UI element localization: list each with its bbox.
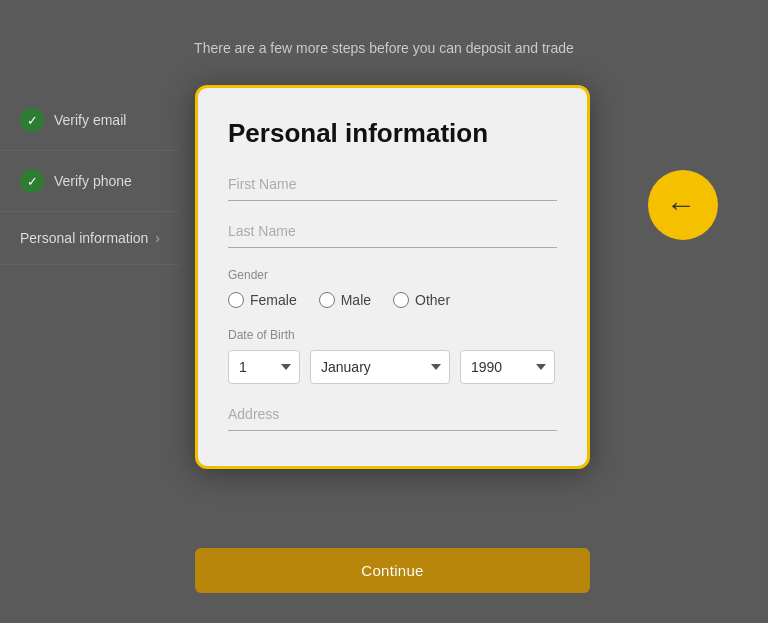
gender-female-radio[interactable]: [228, 292, 244, 308]
dob-label: Date of Birth: [228, 328, 557, 342]
gender-female-option[interactable]: Female: [228, 292, 297, 308]
sidebar-item-personal-info-left: Personal information: [20, 230, 148, 246]
sidebar-item-personal-info-label: Personal information: [20, 230, 148, 246]
continue-button[interactable]: Continue: [195, 548, 590, 593]
sidebar: ✓ Verify email ✓ Verify phone Personal i…: [0, 90, 180, 265]
sidebar-item-verify-email-left: ✓ Verify email: [20, 108, 126, 132]
dob-year-select[interactable]: 1980 1985 1990 1995 2000 2005: [460, 350, 555, 384]
gender-male-option[interactable]: Male: [319, 292, 371, 308]
first-name-input[interactable]: [228, 174, 557, 194]
first-name-field-wrapper: [228, 174, 557, 201]
personal-info-chevron-icon: ›: [155, 230, 160, 246]
personal-information-modal: Personal information Gender Female Male …: [195, 85, 590, 469]
address-field-wrapper: [228, 404, 557, 431]
modal-title: Personal information: [228, 118, 557, 149]
gender-female-label: Female: [250, 292, 297, 308]
sidebar-item-verify-phone[interactable]: ✓ Verify phone: [0, 151, 180, 212]
dob-selects-group: 1 2 3 4 5 6 7 8 9 10 11 12 13 14 15 16 1…: [228, 350, 557, 384]
address-input[interactable]: [228, 404, 557, 424]
sidebar-item-verify-email[interactable]: ✓ Verify email: [0, 90, 180, 151]
verify-phone-check-icon: ✓: [20, 169, 44, 193]
gender-label: Gender: [228, 268, 557, 282]
dob-section: Date of Birth 1 2 3 4 5 6 7 8 9 10 11 12…: [228, 328, 557, 384]
sidebar-item-verify-phone-left: ✓ Verify phone: [20, 169, 132, 193]
gender-male-label: Male: [341, 292, 371, 308]
dob-month-select[interactable]: January February March April May June Ju…: [310, 350, 450, 384]
sidebar-item-verify-phone-label: Verify phone: [54, 173, 132, 189]
dob-day-select[interactable]: 1 2 3 4 5 6 7 8 9 10 11 12 13 14 15 16 1…: [228, 350, 300, 384]
gender-other-radio[interactable]: [393, 292, 409, 308]
top-message: There are a few more steps before you ca…: [194, 40, 574, 56]
back-arrow-icon: ←: [666, 190, 696, 220]
sidebar-item-verify-email-label: Verify email: [54, 112, 126, 128]
gender-other-option[interactable]: Other: [393, 292, 450, 308]
last-name-input[interactable]: [228, 221, 557, 241]
back-button[interactable]: ←: [648, 170, 718, 240]
gender-other-label: Other: [415, 292, 450, 308]
gender-section: Gender Female Male Other: [228, 268, 557, 308]
sidebar-item-personal-information[interactable]: Personal information ›: [0, 212, 180, 265]
continue-btn-wrapper: Continue: [195, 548, 590, 593]
gender-male-radio[interactable]: [319, 292, 335, 308]
verify-email-check-icon: ✓: [20, 108, 44, 132]
gender-radio-group: Female Male Other: [228, 292, 557, 308]
last-name-field-wrapper: [228, 221, 557, 248]
